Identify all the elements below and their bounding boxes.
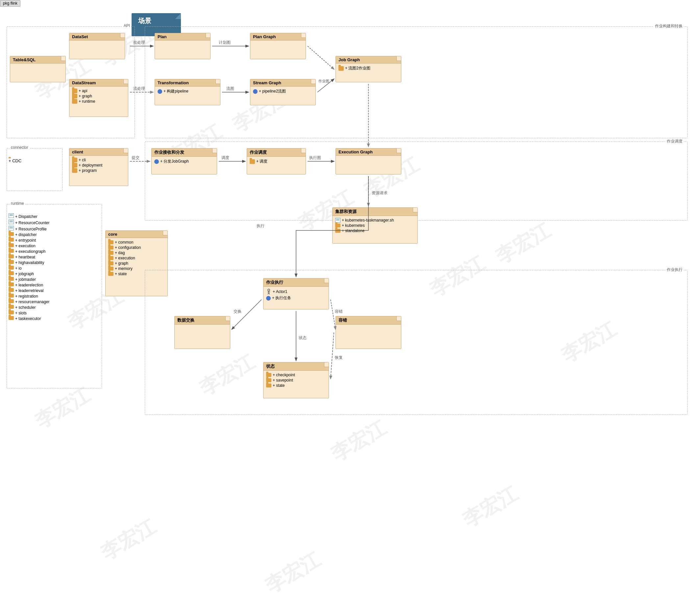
watermark-8: 李宏江 [458,481,522,533]
watermark-7: 李宏江 [326,415,391,467]
box-fault: 容错 [336,316,401,349]
tab-pkg-flink[interactable]: pkg flink [0,0,20,6]
svg-text:流处理: 流处理 [133,86,145,91]
box-execution-graph-title: Execution Graph [336,149,401,156]
watermark-14: 李宏江 [30,382,95,435]
svg-text:批处理: 批处理 [133,40,145,45]
box-transformation: Transformation + 构建pipeline [155,79,220,105]
box-stream-graph: Stream Graph + pipeline2流图 [250,79,316,105]
runtime-region: runtime + Dispatcher + ResourceCounter +… [6,204,102,388]
box-plan-graph: Plan Graph [250,33,306,59]
box-execution-graph-body [336,156,401,159]
job-build-label: 作业构建和转换 [653,23,684,29]
svg-text:执行: 执行 [256,224,265,228]
box-dataset-body [69,40,125,44]
watermark-16: 李宏江 [261,546,325,599]
box-dataset-title: DataSet [69,33,125,40]
svg-text:提交: 提交 [131,155,140,160]
job-schedule-label: 作业调度 [665,139,684,144]
watermark-4: 李宏江 [491,217,555,270]
box-job-execute-title: 作业执行 [264,278,329,287]
box-plan-body [155,40,210,44]
box-job-dispatch-body: + 分发JobGraph [151,157,217,166]
box-execution-graph: Execution Graph [336,148,401,174]
box-cluster-resource-body: + kubernetes-taskmanager.sh + kubernetes… [333,216,417,235]
box-transformation-title: Transformation [155,79,220,87]
svg-point-0 [268,289,270,291]
box-state-body: + checkpoint + savepoint + state [264,371,329,390]
box-job-schedule-body: + 调度 [247,157,306,166]
box-data-exchange-title: 数据交换 [175,316,230,325]
actor-icon [266,289,271,295]
job-execute-label: 作业执行 [665,267,684,273]
box-data-exchange-body [175,325,230,328]
connector-region: connector + CDC [6,148,62,191]
connector-label: connector [10,145,30,150]
box-stream-graph-title: Stream Graph [250,79,316,87]
box-client: client + cli + deployment + program [69,148,128,186]
box-datastream-body: + api + graph + runtime [69,87,128,106]
box-state-title: 状态 [264,362,329,371]
canvas: 李宏江 李宏江 李宏江 李宏江 李宏江 李宏江 李宏江 李宏江 李宏江 李宏江 … [0,0,700,609]
box-cluster-resource-title: 集群和资源 [333,208,417,216]
box-job-graph-body: + 流图2作业图 [336,64,401,73]
box-job-graph-title: Job Graph [336,56,401,64]
box-state: 状态 + checkpoint + savepoint + state [263,362,329,398]
box-datastream: DataStream + api + graph + runtime [69,79,128,117]
box-job-dispatch-title: 作业接收和分发 [151,149,217,157]
svg-line-4 [269,293,270,294]
box-job-execute: 作业执行 + Actor1 + 执行任务 [263,278,329,310]
box-table-sql-body [10,64,66,67]
watermark-15: 李宏江 [96,514,161,566]
box-cluster-resource: 集群和资源 + kubernetes-taskmanager.sh + kube… [332,207,418,244]
box-client-title: client [69,149,128,156]
box-job-dispatch: 作业接收和分发 + 分发JobGraph [151,148,217,174]
box-plan-graph-title: Plan Graph [250,33,306,40]
box-datastream-title: DataStream [69,79,128,87]
box-job-graph: Job Graph + 流图2作业图 [336,56,401,82]
box-transformation-body: + 构建pipeline [155,87,220,96]
box-stream-graph-body: + pipeline2流图 [250,87,316,96]
box-data-exchange: 数据交换 [174,316,230,349]
box-fault-body [336,325,401,328]
box-table-sql-title: Table&SQL [10,56,66,64]
box-plan-title: Plan [155,33,210,40]
box-client-body: + cli + deployment + program [69,156,128,175]
box-dataset: DataSet [69,33,125,59]
box-job-schedule: 作业调度 + 调度 [247,148,306,174]
api-label: API [122,23,131,28]
runtime-label: runtime [10,201,25,206]
job-build-region: 作业构建和转换 [145,26,687,138]
box-core-title: core [106,231,167,238]
box-plan: Plan [155,33,211,59]
box-job-schedule-title: 作业调度 [247,149,306,157]
box-job-execute-body: + Actor1 + 执行任务 [264,287,329,303]
box-plan-graph-body [250,40,306,44]
box-fault-title: 容错 [336,316,401,325]
box-table-sql: Table&SQL [10,56,66,82]
